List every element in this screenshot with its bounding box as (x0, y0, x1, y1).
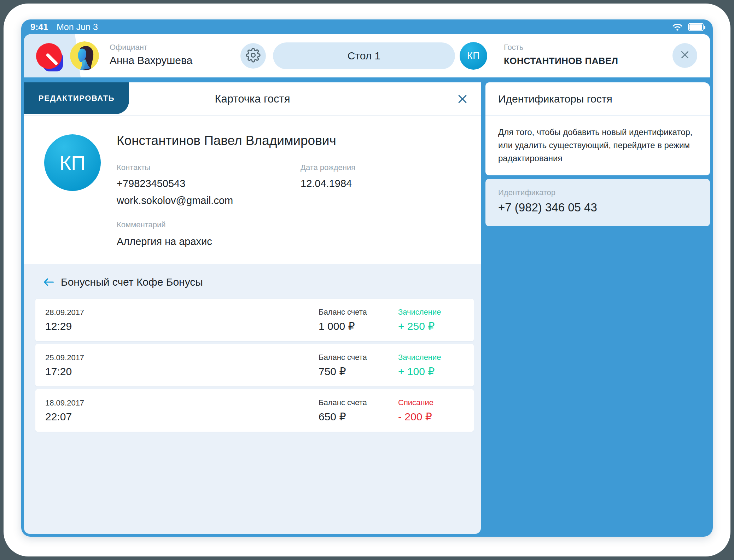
battery-icon (688, 23, 704, 31)
guest-phone: +79823450543 (117, 178, 185, 189)
balance-label: Баланс счета (319, 353, 398, 362)
close-icon (456, 93, 468, 105)
back-arrow-icon (42, 277, 54, 287)
back-button[interactable] (42, 277, 54, 287)
waiter-name: Анна Вахрушева (110, 54, 192, 66)
transaction-row: 28.09.2017 12:29 Баланс счета 1 000 ₽ За… (35, 299, 474, 341)
status-time: 9:41 (30, 22, 48, 32)
bonus-section-title: Бонусный счет Кофе Бонусы (61, 276, 203, 288)
waiter-avatar (70, 41, 99, 70)
transaction-row: 18.09.2017 22:07 Баланс счета 650 ₽ Спис… (35, 389, 474, 432)
guest-label: Гость (504, 43, 618, 52)
app-window: 9:41 Mon Jun 3 (21, 19, 713, 537)
wifi-icon (672, 23, 683, 31)
transaction-date: 28.09.2017 (45, 308, 319, 317)
transaction-list: 28.09.2017 12:29 Баланс счета 1 000 ₽ За… (35, 299, 474, 432)
app-header: Официант Анна Вахрушева Стол 1 КП Гость … (24, 34, 710, 77)
app-logo-icon (24, 34, 70, 77)
guest-avatar-small: КП (460, 42, 487, 70)
transaction-date: 25.09.2017 (45, 353, 319, 362)
identifier-item: Идентификатор +7 (982) 346 05 43 (485, 179, 710, 226)
balance-value: 650 ₽ (319, 410, 398, 423)
transaction-time: 22:07 (45, 411, 319, 423)
guest-comment: Аллергия на арахис (117, 236, 212, 247)
guest-info-section: КП Константинов Павел Владимирович Конта… (24, 116, 481, 264)
guest-name: КОНСТАНТИНОВ ПАВЕЛ (504, 56, 618, 66)
guest-full-name: Константинов Павел Владимирович (117, 133, 336, 148)
identifiers-card: Идентификаторы гостя Для того, чтобы доб… (485, 82, 710, 175)
transaction-row: 25.09.2017 17:20 Баланс счета 750 ₽ Зачи… (35, 344, 474, 386)
edit-button-label: РЕДАКТИРОВАТЬ (39, 94, 115, 103)
guest-avatar-large: КП (44, 134, 101, 191)
comment-label: Комментарий (117, 220, 166, 229)
balance-label: Баланс счета (319, 308, 398, 317)
transaction-type: Зачисление (398, 353, 465, 362)
guest-email: work.sokolov@gmail.com (117, 195, 233, 206)
transaction-time: 12:29 (45, 320, 319, 332)
edit-button[interactable]: РЕДАКТИРОВАТЬ (24, 82, 129, 114)
transaction-amount: - 200 ₽ (398, 410, 465, 423)
settings-button[interactable] (240, 43, 266, 69)
guest-card-header: РЕДАКТИРОВАТЬ Карточка гостя (24, 82, 481, 116)
transaction-date: 18.09.2017 (45, 398, 319, 408)
transaction-type: Зачисление (398, 308, 465, 317)
header-close-button[interactable] (672, 43, 697, 68)
balance-label: Баланс счета (319, 398, 398, 407)
table-button[interactable]: Стол 1 (273, 42, 455, 69)
guest-card-title: Карточка гостя (215, 93, 290, 105)
waiter-label: Официант (110, 43, 192, 52)
balance-value: 750 ₽ (319, 365, 398, 378)
birth-date-label: Дата рождения (301, 163, 355, 172)
guest-card-panel: РЕДАКТИРОВАТЬ Карточка гостя КП Констант… (24, 82, 481, 534)
transaction-type: Списание (398, 398, 465, 407)
transaction-amount: + 100 ₽ (398, 365, 465, 378)
identifier-label: Идентификатор (498, 188, 697, 197)
guest-initials: КП (467, 51, 480, 62)
close-icon (680, 49, 690, 62)
guest-card-close-button[interactable] (455, 92, 470, 106)
identifiers-title: Идентификаторы гостя (498, 93, 612, 105)
status-bar: 9:41 Mon Jun 3 (21, 19, 713, 34)
transaction-time: 17:20 (45, 366, 319, 378)
guest-birth-date: 12.04.1984 (301, 178, 352, 189)
balance-value: 1 000 ₽ (319, 320, 398, 332)
guest-initials: КП (60, 151, 86, 174)
identifier-value: +7 (982) 346 05 43 (498, 201, 697, 214)
bonus-account-section: Бонусный счет Кофе Бонусы 28.09.2017 12:… (24, 264, 481, 534)
contacts-label: Контакты (117, 163, 150, 172)
table-button-label: Стол 1 (348, 50, 381, 62)
identifiers-description: Для того, чтобы добавить новый идентифик… (485, 116, 710, 175)
identifiers-panel: Идентификаторы гостя Для того, чтобы доб… (485, 82, 710, 534)
status-date: Mon Jun 3 (57, 22, 98, 32)
transaction-amount: + 250 ₽ (398, 320, 465, 332)
gear-icon (246, 48, 261, 64)
